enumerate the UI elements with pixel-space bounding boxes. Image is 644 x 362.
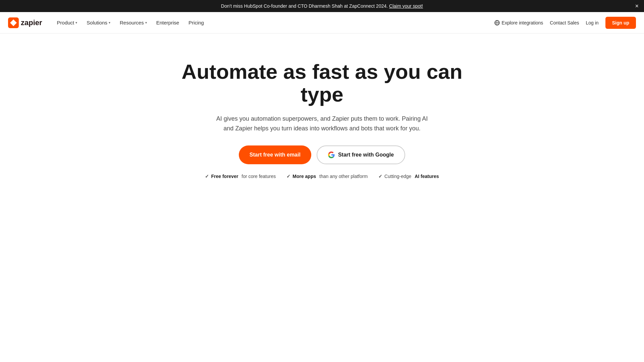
login-link[interactable]: Log in xyxy=(586,20,599,25)
banner-text: Don't miss HubSpot Co-founder and CTO Dh… xyxy=(221,3,388,9)
start-email-button[interactable]: Start free with email xyxy=(239,145,311,164)
logo-text: zapier xyxy=(21,18,42,27)
chevron-down-icon: ▾ xyxy=(145,21,147,24)
top-banner: Don't miss HubSpot Co-founder and CTO Dh… xyxy=(0,0,644,12)
nav-enterprise[interactable]: Enterprise xyxy=(152,17,183,28)
globe-icon xyxy=(494,20,500,25)
chevron-down-icon: ▾ xyxy=(109,21,110,24)
nav-pricing[interactable]: Pricing xyxy=(184,17,208,28)
google-icon xyxy=(328,152,335,158)
hero-subtitle: AI gives you automation superpowers, and… xyxy=(211,114,433,133)
feature-free: ✓ Free forever for core features xyxy=(205,174,276,179)
banner-cta[interactable]: Claim your spot! xyxy=(389,3,423,9)
feature-apps: ✓ More apps than any other platform xyxy=(286,174,368,179)
nav-solutions[interactable]: Solutions ▾ xyxy=(83,17,114,28)
nav-product[interactable]: Product ▾ xyxy=(53,17,82,28)
features-list: ✓ Free forever for core features ✓ More … xyxy=(178,174,466,179)
nav-right: Explore integrations Contact Sales Log i… xyxy=(494,17,636,29)
chevron-down-icon: ▾ xyxy=(75,21,77,24)
banner-close-button[interactable]: × xyxy=(635,3,639,10)
explore-integrations-link[interactable]: Explore integrations xyxy=(494,20,543,25)
hero-section: Automate as fast as you can type AI give… xyxy=(171,34,473,208)
nav-left: Product ▾ Solutions ▾ Resources ▾ Enterp… xyxy=(53,17,494,28)
signup-button[interactable]: Sign up xyxy=(605,17,636,29)
contact-sales-link[interactable]: Contact Sales xyxy=(550,20,579,25)
logo[interactable]: zapier xyxy=(8,17,42,28)
cta-buttons: Start free with email Start free with Go… xyxy=(178,145,466,164)
nav-resources[interactable]: Resources ▾ xyxy=(116,17,151,28)
navbar: zapier Product ▾ Solutions ▾ Resources ▾… xyxy=(0,12,644,34)
start-google-button[interactable]: Start free with Google xyxy=(317,145,405,164)
hero-title: Automate as fast as you can type xyxy=(178,60,466,106)
feature-ai: ✓ Cutting-edge AI features xyxy=(378,174,439,179)
